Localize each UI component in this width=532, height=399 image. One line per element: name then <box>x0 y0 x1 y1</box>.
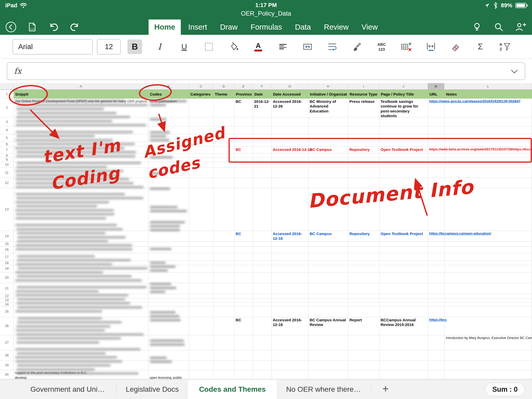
row-header-18[interactable]: 18 <box>0 261 14 265</box>
row-header-27[interactable]: 27 <box>0 335 14 350</box>
row-header-26[interactable]: 26 <box>0 317 14 335</box>
cell-H26[interactable]: BC Campus Annual Review <box>310 318 347 327</box>
cell-J14[interactable]: Open Textbook Project <box>381 231 427 236</box>
column-header-I[interactable]: I <box>348 83 379 90</box>
row-header-11[interactable]: 11 <box>0 168 14 178</box>
column-header-L[interactable]: L <box>444 83 532 90</box>
cell-H2[interactable]: BC Ministry of Advanced Education <box>310 99 347 114</box>
font-color-button[interactable]: A <box>251 39 265 54</box>
column-header-H[interactable]: H <box>308 83 348 90</box>
row-header-29[interactable]: 29 <box>0 360 14 370</box>
row-header-1[interactable]: 1 <box>0 90 14 98</box>
row-header-6[interactable]: 6 <box>0 142 14 147</box>
row-header-12[interactable]: 12 <box>0 178 14 188</box>
merge-cells-button[interactable] <box>300 39 315 54</box>
row-header-17[interactable]: 17 <box>0 253 14 261</box>
cell-G26[interactable]: Accessed 2016-12-18 <box>273 318 307 327</box>
row-header-4[interactable]: 4 <box>0 126 14 134</box>
row-header-28[interactable]: 28 <box>0 350 14 360</box>
cell-F2[interactable]: 2016-12-21 <box>254 99 270 109</box>
cell-E7[interactable]: BC <box>236 147 251 152</box>
row-header-8[interactable]: 8 <box>0 153 14 158</box>
cell-J2[interactable]: Textbook savings continue to grow for po… <box>381 99 427 118</box>
row-header-3[interactable]: 3 <box>0 117 14 126</box>
row-header-7[interactable]: 7 <box>0 147 14 153</box>
chevron-down-icon[interactable] <box>510 69 518 75</box>
row-header-22[interactable]: 22 <box>0 294 14 298</box>
cell-K2[interactable]: https://news.gov.bc.ca/releases/2016AVED… <box>429 99 520 103</box>
cell-J26[interactable]: BCCampus Annual Review 2015-2016 <box>381 318 427 327</box>
wrap-text-button[interactable] <box>325 39 340 54</box>
tab-insert[interactable]: Insert <box>182 19 213 35</box>
row-header-30[interactable]: 30 <box>0 370 14 379</box>
select-all-corner[interactable] <box>0 83 14 90</box>
number-format-button[interactable]: ABC 123 <box>374 39 389 54</box>
row-header-2[interactable]: 2 <box>0 98 14 117</box>
alignment-button[interactable] <box>276 39 290 54</box>
cell-E2[interactable]: BC <box>236 99 251 104</box>
share-person-icon[interactable] <box>515 21 526 33</box>
bold-button[interactable]: B <box>128 39 142 54</box>
clear-button[interactable] <box>448 39 463 54</box>
fill-color-button[interactable] <box>226 39 241 54</box>
cell-E26[interactable]: BC <box>236 318 251 322</box>
row-header-19[interactable]: 19 <box>0 265 14 272</box>
row-header-16[interactable]: 16 <box>0 246 14 253</box>
cell-A2[interactable]: Our Online Program Development Fund (OPD… <box>15 99 148 103</box>
cell-I2[interactable]: Press release <box>349 99 378 104</box>
underline-button[interactable]: U <box>177 39 191 54</box>
cell-B30[interactable]: open licensing, public <box>150 376 182 379</box>
column-header-E[interactable]: E <box>234 83 253 90</box>
column-header-K[interactable]: K <box>428 83 444 90</box>
autosum-button[interactable]: Σ <box>473 39 488 54</box>
add-sheet-button[interactable]: + <box>376 380 395 399</box>
cell-B2[interactable]: tional participation <box>150 99 177 103</box>
sheet-grid[interactable]: ABCDEFGHIJKL1234567891011121314151617181… <box>0 83 532 379</box>
sheet-tab-codes-themes[interactable]: Codes and Themes <box>188 380 277 399</box>
cell-A30[interactable]: support to the post-secondary institutio… <box>15 371 88 375</box>
cell-G14[interactable]: Accessed 2016-12-18 <box>273 231 307 241</box>
tab-draw[interactable]: Draw <box>214 19 243 35</box>
search-icon[interactable] <box>493 21 504 33</box>
cell-K7[interactable]: https://web-beta.archive.org/web/2017011… <box>429 147 532 151</box>
row-header-9[interactable]: 9 <box>0 158 14 162</box>
row-header-24[interactable]: 24 <box>0 302 14 306</box>
row-header-13[interactable]: 13 <box>0 188 14 231</box>
cell-H14[interactable]: BC Campus <box>310 231 347 236</box>
column-header-C[interactable]: C <box>189 83 213 90</box>
sheet-tab-legislative[interactable]: Legislative Docs <box>117 380 187 399</box>
column-header-G[interactable]: G <box>271 83 308 90</box>
row-header-21[interactable]: 21 <box>0 283 14 294</box>
lightbulb-icon[interactable] <box>471 21 483 33</box>
row-header-25[interactable]: 25 <box>0 306 14 317</box>
column-header-J[interactable]: J <box>379 83 428 90</box>
font-name-select[interactable]: Arial <box>12 39 93 55</box>
insert-delete-cells-button[interactable] <box>399 39 414 54</box>
font-size-select[interactable]: 12 <box>97 39 121 55</box>
row-header-15[interactable]: 15 <box>0 242 14 246</box>
row-header-10[interactable]: 10 <box>0 162 14 168</box>
cell-G7[interactable]: Accessed 2016-12-18 <box>273 147 307 152</box>
cell-I26[interactable]: Report <box>349 318 378 322</box>
column-width-button[interactable] <box>424 39 438 54</box>
tab-formulas[interactable]: Formulas <box>245 19 288 35</box>
cell-K26[interactable]: https://bcc <box>429 318 447 322</box>
sort-filter-button[interactable]: A Z <box>498 39 512 54</box>
cell-K14[interactable]: https://bccampus.ca/open-education/ <box>429 231 491 236</box>
row-header-23[interactable]: 23 <box>0 298 14 302</box>
tab-view[interactable]: View <box>356 19 383 35</box>
cell-I7[interactable]: Repository <box>349 147 378 152</box>
tab-home[interactable]: Home <box>149 19 181 35</box>
sum-indicator[interactable]: Sum : 0 <box>485 383 525 396</box>
sheet-tab-government[interactable]: Government and Uni… <box>21 380 114 399</box>
tab-review[interactable]: Review <box>318 19 354 35</box>
formula-input[interactable]: fx <box>7 62 525 80</box>
column-header-B[interactable]: B <box>148 83 189 90</box>
sheet-tab-no-oer[interactable]: No OER where there… <box>277 380 370 399</box>
italic-button[interactable]: I <box>152 39 167 54</box>
column-header-A[interactable]: A <box>14 83 148 90</box>
cell-J7[interactable]: Open Textbook Project <box>381 147 427 152</box>
cell-L27[interactable]: Introduction by Mary Burgess, Executive … <box>446 336 532 340</box>
cell-A30[interactable]: develop <box>15 376 27 379</box>
tab-data[interactable]: Data <box>289 19 316 35</box>
